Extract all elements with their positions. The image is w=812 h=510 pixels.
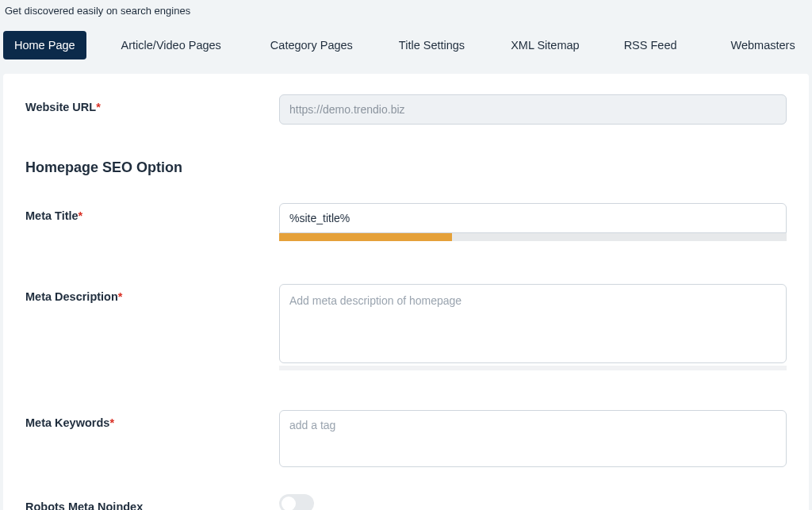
tab-xml-sitemap[interactable]: XML Sitemap (500, 31, 591, 59)
tab-title-settings[interactable]: Title Settings (388, 31, 476, 59)
label-website-url: Website URL* (25, 94, 279, 113)
section-title-homepage-seo: Homepage SEO Option (25, 159, 787, 176)
label-robots-noindex: Robots Meta Noindex (25, 494, 279, 510)
toggle-knob (282, 497, 296, 510)
meta-title-progress (279, 233, 787, 241)
tab-home-page[interactable]: Home Page (3, 31, 86, 59)
form-panel: Website URL* Homepage SEO Option Meta Ti… (3, 74, 809, 510)
meta-title-progress-fill (279, 233, 452, 241)
website-url-input (279, 94, 787, 125)
tab-category-pages[interactable]: Category Pages (259, 31, 364, 59)
label-meta-description: Meta Description* (25, 284, 279, 303)
meta-title-input[interactable] (279, 203, 787, 233)
meta-keywords-input[interactable]: add a tag (279, 410, 787, 467)
meta-description-input[interactable] (279, 284, 787, 363)
label-meta-title: Meta Title* (25, 203, 279, 222)
tab-bar: Home Page Article/Video Pages Category P… (0, 31, 812, 74)
label-meta-keywords: Meta Keywords* (25, 410, 279, 429)
robots-noindex-toggle[interactable] (279, 494, 314, 510)
tab-webmasters[interactable]: Webmasters (720, 31, 806, 59)
meta-description-progress (279, 366, 787, 370)
tab-rss-feed[interactable]: RSS Feed (613, 31, 688, 59)
page-subtitle: Get discovered easily on search engines (0, 0, 812, 31)
tab-article-video-pages[interactable]: Article/Video Pages (110, 31, 232, 59)
